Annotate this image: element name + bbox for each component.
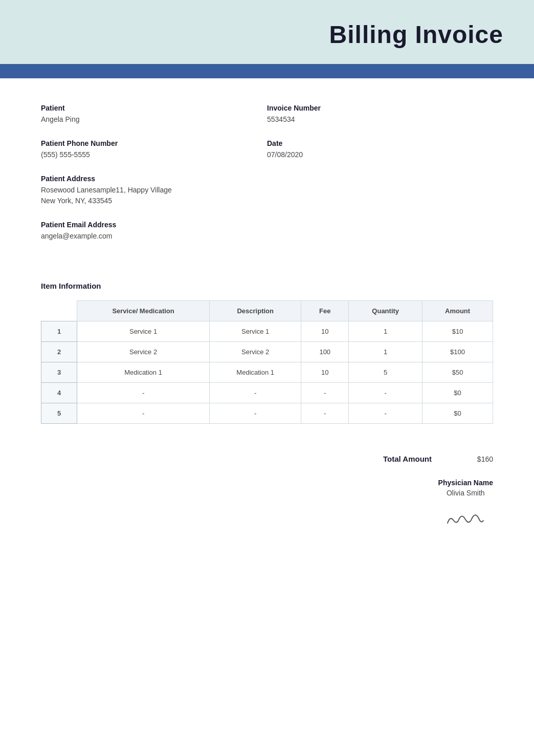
row-number: 5 — [41, 403, 77, 424]
row-fee: - — [301, 383, 349, 403]
physician-section: Physician Name Olivia Smith — [0, 473, 534, 550]
row-number: 3 — [41, 362, 77, 383]
signature-icon — [442, 505, 488, 528]
table-col-description: Description — [210, 301, 301, 321]
table-row: 2Service 2Service 21001$100 — [41, 342, 493, 362]
items-section-title: Item Information — [41, 282, 493, 290]
row-service: Medication 1 — [77, 362, 210, 383]
row-quantity: 1 — [349, 342, 422, 362]
row-fee: - — [301, 403, 349, 424]
row-service: Service 2 — [77, 342, 210, 362]
row-number: 1 — [41, 321, 77, 342]
table-row: 1Service 1Service 1101$10 — [41, 321, 493, 342]
patient-email-block: Patient Email Address angela@example.com — [41, 221, 267, 242]
row-description: - — [210, 403, 301, 424]
info-left: Patient Angela Ping Patient Phone Number… — [41, 104, 267, 256]
patient-phone-block: Patient Phone Number (555) 555-5555 — [41, 139, 267, 160]
invoice-date-value: 07/08/2020 — [267, 149, 493, 160]
physician-label: Physician Name — [438, 479, 493, 487]
patient-phone-value: (555) 555-5555 — [41, 149, 267, 160]
row-description: Medication 1 — [210, 362, 301, 383]
row-fee: 10 — [301, 321, 349, 342]
header-top: Billing Invoice — [0, 0, 534, 64]
page-title: Billing Invoice — [31, 20, 503, 49]
table-col-service: Service/ Medication — [77, 301, 210, 321]
invoice-number-label: Invoice Number — [267, 104, 493, 112]
patient-email-label: Patient Email Address — [41, 221, 267, 229]
patient-name-label: Patient — [41, 104, 267, 112]
invoice-number-block: Invoice Number 5534534 — [267, 104, 493, 125]
row-quantity: - — [349, 383, 422, 403]
total-value: $160 — [462, 455, 493, 463]
row-fee: 10 — [301, 362, 349, 383]
row-service: - — [77, 383, 210, 403]
patient-name-block: Patient Angela Ping — [41, 104, 267, 125]
items-table: Service/ Medication Description Fee Quan… — [41, 300, 493, 424]
row-description: Service 2 — [210, 342, 301, 362]
table-row: 5----$0 — [41, 403, 493, 424]
row-description: - — [210, 383, 301, 403]
row-amount: $100 — [422, 342, 493, 362]
row-fee: 100 — [301, 342, 349, 362]
row-number: 4 — [41, 383, 77, 403]
row-quantity: 5 — [349, 362, 422, 383]
patient-address-label: Patient Address — [41, 175, 267, 183]
row-amount: $0 — [422, 403, 493, 424]
row-quantity: 1 — [349, 321, 422, 342]
table-col-amount: Amount — [422, 301, 493, 321]
row-amount: $0 — [422, 383, 493, 403]
table-col-quantity: Quantity — [349, 301, 422, 321]
items-section: Item Information Service/ Medication Des… — [0, 271, 534, 444]
patient-name-value: Angela Ping — [41, 114, 267, 125]
row-number: 2 — [41, 342, 77, 362]
table-col-num — [41, 301, 77, 321]
row-amount: $10 — [422, 321, 493, 342]
total-label: Total Amount — [383, 455, 432, 463]
table-row: 4----$0 — [41, 383, 493, 403]
info-section: Patient Angela Ping Patient Phone Number… — [0, 78, 534, 271]
table-header-row: Service/ Medication Description Fee Quan… — [41, 301, 493, 321]
patient-phone-label: Patient Phone Number — [41, 139, 267, 147]
patient-address-value: Rosewood Lanesample11, Happy Village New… — [41, 185, 267, 206]
physician-block: Physician Name Olivia Smith — [438, 479, 493, 530]
table-row: 3Medication 1Medication 1105$50 — [41, 362, 493, 383]
patient-address-block: Patient Address Rosewood Lanesample11, H… — [41, 175, 267, 206]
physician-name: Olivia Smith — [438, 489, 493, 497]
table-col-fee: Fee — [301, 301, 349, 321]
invoice-date-label: Date — [267, 139, 493, 147]
row-service: Service 1 — [77, 321, 210, 342]
row-quantity: - — [349, 403, 422, 424]
row-amount: $50 — [422, 362, 493, 383]
invoice-number-value: 5534534 — [267, 114, 493, 125]
page: Billing Invoice Patient Angela Ping Pati… — [0, 0, 534, 756]
row-description: Service 1 — [210, 321, 301, 342]
info-right: Invoice Number 5534534 Date 07/08/2020 — [267, 104, 493, 256]
row-service: - — [77, 403, 210, 424]
invoice-date-block: Date 07/08/2020 — [267, 139, 493, 160]
patient-email-value: angela@example.com — [41, 231, 267, 242]
total-section: Total Amount $160 — [0, 444, 534, 473]
header-bar — [0, 64, 534, 78]
